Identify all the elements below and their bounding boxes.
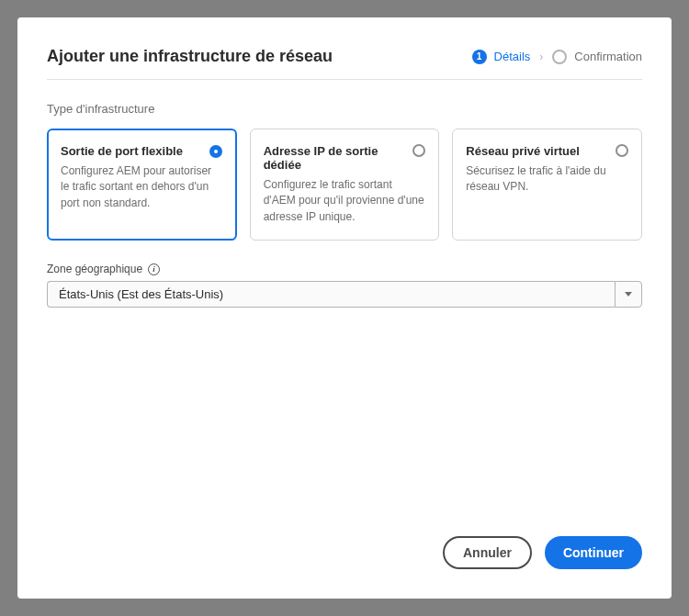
wizard-steps: 1 Détails › Confirmation: [472, 50, 642, 64]
cancel-button[interactable]: Annuler: [443, 536, 532, 569]
option-flexible-port-title: Sortie de port flexible: [61, 144, 223, 158]
modal-title: Ajouter une infrastructure de réseau: [47, 47, 333, 66]
option-vpn[interactable]: Réseau privé virtuel Sécurisez le trafic…: [452, 129, 642, 241]
zone-select-toggle[interactable]: [615, 281, 642, 308]
modal-footer: Annuler Continuer: [47, 536, 642, 569]
radio-unchecked-icon: [616, 144, 628, 157]
step-number-2-icon: [552, 50, 567, 64]
option-dedicated-ip-title: Adresse IP de sortie dédiée: [264, 144, 426, 172]
step-confirmation-label: Confirmation: [574, 50, 642, 63]
step-details-label: Détails: [494, 50, 531, 63]
infrastructure-type-label: Type d'infrastructure: [47, 102, 642, 116]
info-icon[interactable]: i: [148, 263, 160, 275]
option-flexible-port-desc: Configurez AEM pour autoriser le trafic …: [61, 163, 223, 211]
modal-header: Ajouter une infrastructure de réseau 1 D…: [47, 47, 642, 80]
zone-select-value: États-Unis (Est des États-Unis): [47, 281, 615, 308]
chevron-right-icon: ›: [539, 50, 543, 63]
option-flexible-port[interactable]: Sortie de port flexible Configurez AEM p…: [47, 129, 237, 241]
zone-label: Zone géographique: [47, 263, 142, 275]
step-details[interactable]: 1 Détails: [472, 50, 531, 64]
step-confirmation: Confirmation: [552, 50, 642, 64]
chevron-down-icon: [625, 292, 632, 297]
option-vpn-title: Réseau privé virtuel: [466, 144, 628, 158]
option-dedicated-ip-desc: Configurez le trafic sortant d'AEM pour …: [264, 177, 426, 225]
option-dedicated-ip[interactable]: Adresse IP de sortie dédiée Configurez l…: [250, 129, 440, 241]
zone-select[interactable]: États-Unis (Est des États-Unis): [47, 281, 642, 308]
continue-button[interactable]: Continuer: [545, 536, 642, 569]
spacer: [47, 308, 642, 536]
radio-checked-icon: [209, 145, 222, 158]
zone-label-row: Zone géographique i: [47, 263, 642, 275]
option-vpn-desc: Sécurisez le trafic à l'aide du réseau V…: [466, 163, 628, 196]
infrastructure-type-options: Sortie de port flexible Configurez AEM p…: [47, 129, 642, 241]
add-network-infrastructure-modal: Ajouter une infrastructure de réseau 1 D…: [17, 17, 672, 599]
step-number-1-icon: 1: [472, 50, 487, 64]
